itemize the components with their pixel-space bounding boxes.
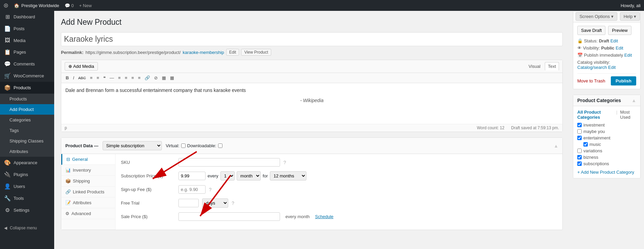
trash-link[interactable]: Move to Trash	[577, 78, 605, 83]
new-content[interactable]: + New	[79, 3, 92, 8]
align-justify-button[interactable]: ≡	[136, 74, 143, 81]
view-product-button[interactable]: View Product	[241, 49, 271, 56]
sale-price-input[interactable]	[178, 212, 280, 221]
catalog-edit-link[interactable]: Catalog/search Edit	[577, 65, 616, 70]
sidebar-item-add-product[interactable]: Add Product	[0, 104, 54, 115]
sidebar-item-users[interactable]: 👤 Users	[0, 180, 54, 192]
align-right-button[interactable]: ≡	[130, 74, 136, 81]
status-edit-link[interactable]: Edit	[610, 38, 618, 43]
screen-options-button[interactable]: Screen Options ▾	[576, 12, 617, 21]
hr-button[interactable]: —	[108, 74, 116, 81]
cat-checkbox-entertainment[interactable]	[577, 136, 582, 140]
product-title-input[interactable]	[61, 32, 563, 46]
cat-checkbox-music[interactable]	[583, 142, 588, 147]
schedule-link[interactable]: Schedule	[315, 214, 334, 219]
tab-visual[interactable]: Visual	[525, 62, 543, 71]
align-center-button[interactable]: ≡	[123, 74, 129, 81]
insert-table-button[interactable]: ▦	[160, 74, 168, 81]
linked-icon: 🔗	[65, 189, 71, 194]
subscription-price-input[interactable]	[178, 172, 206, 180]
publish-button[interactable]: Publish	[611, 76, 636, 85]
editor-tabs: Visual Text	[525, 62, 559, 71]
link-button[interactable]: 🔗	[143, 74, 152, 81]
nav-item-linked-products[interactable]: 🔗 Linked Products	[61, 187, 115, 197]
add-category-link[interactable]: + Add New Product Category	[577, 170, 634, 175]
sidebar-collapse[interactable]: ◀ Collapse menu	[0, 223, 54, 233]
free-trial-label: Free Trial	[121, 200, 175, 206]
edit-permalink-button[interactable]: Edit	[226, 49, 239, 56]
sidebar-item-plugins[interactable]: 🔌 Plugins	[0, 169, 54, 180]
sidebar-item-posts[interactable]: 📄 Posts	[0, 23, 54, 35]
sidebar-item-settings[interactable]: ⚙ Settings	[0, 204, 54, 216]
product-data-content: SKU ? Subscription Price ($) every 12345…	[115, 154, 562, 230]
blockquote-button[interactable]: ❝	[102, 74, 107, 81]
permalink-slug[interactable]: karaoke-membership	[183, 50, 224, 55]
nav-item-shipping[interactable]: 📦 Shipping	[61, 176, 115, 187]
wp-logo[interactable]: ⊛	[3, 2, 8, 9]
virtual-checkbox[interactable]	[181, 143, 186, 148]
site-name[interactable]: 🏠 Prestige Worldwide	[14, 3, 59, 8]
comments-count[interactable]: 💬 0	[65, 3, 74, 8]
visibility-edit-link[interactable]: Edit	[616, 45, 623, 51]
cat-checkbox-variations[interactable]	[577, 149, 582, 153]
tab-text[interactable]: Text	[545, 62, 559, 71]
ol-button[interactable]: ≡	[95, 74, 101, 81]
nav-item-attributes[interactable]: 📝 Attributes	[61, 197, 115, 208]
free-trial-unit-select[interactable]: daysweeksmonthsyears	[202, 198, 228, 208]
subscription-unit-select[interactable]: dayweekmonthyear	[237, 171, 261, 180]
sidebar-item-products-list[interactable]: Products	[0, 94, 54, 104]
categories-box: Product Categories ▲ All Product Categor…	[573, 95, 641, 178]
home-icon: 🏠	[14, 3, 19, 8]
sidebar-item-pages[interactable]: 📋 Pages	[0, 46, 54, 58]
unlink-button[interactable]: ⊘	[152, 74, 159, 81]
tab-all-categories[interactable]: All Product Categories	[577, 110, 614, 120]
sidebar-label-products: Products	[14, 85, 31, 90]
bold-button[interactable]: B	[64, 74, 70, 81]
sidebar-label-appearance: Appearance	[14, 160, 37, 165]
add-media-button[interactable]: ⊕ Add Media	[65, 62, 98, 71]
top-actions: Screen Options ▾ Help ▾	[576, 12, 640, 21]
shipping-icon: 📦	[65, 178, 71, 184]
italic-button[interactable]: I	[71, 74, 76, 81]
sidebar-item-woocommerce[interactable]: 🛒 WooCommerce	[0, 70, 54, 82]
tab-most-used[interactable]: Most Used	[620, 110, 637, 120]
nav-item-inventory[interactable]: 📊 Inventory	[61, 165, 115, 176]
free-trial-input[interactable]	[178, 199, 199, 207]
cat-checkbox-maybe-you[interactable]	[577, 129, 582, 134]
editor-content[interactable]: Dale and Brennan form a successful enter…	[61, 83, 562, 124]
nav-item-general[interactable]: ⊟ General	[61, 154, 115, 165]
sidebar-item-shipping-classes[interactable]: Shipping Classes	[0, 136, 54, 146]
sidebar-item-comments[interactable]: 💬 Comments	[0, 58, 54, 70]
publish-date-edit-link[interactable]: Edit	[624, 53, 632, 58]
sidebar-item-products-parent[interactable]: 📦 Products	[0, 82, 54, 94]
ul-button[interactable]: ≡	[88, 74, 94, 81]
save-draft-button[interactable]: Save Draft	[577, 26, 605, 35]
cat-checkbox-investment[interactable]	[577, 123, 582, 127]
cat-checkbox-subscriptions[interactable]	[577, 161, 582, 166]
sidebar-item-dashboard[interactable]: ⊞ Dashboard	[0, 11, 54, 23]
cat-checkbox-bizness[interactable]	[577, 155, 582, 159]
sidebar-item-tags[interactable]: Tags	[0, 125, 54, 136]
insert-image-button[interactable]: ▦	[168, 74, 176, 81]
signup-fee-input[interactable]	[178, 185, 206, 194]
subscription-length-select[interactable]: Never expire1 month2 months3 months6 mon…	[270, 171, 306, 180]
cat-label-variations: variations	[583, 148, 602, 153]
nav-item-advanced[interactable]: ⚙ Advanced	[61, 208, 115, 219]
preview-button[interactable]: Preview	[608, 26, 631, 35]
strikethrough-button[interactable]: ABC	[77, 75, 88, 81]
subscription-period-select[interactable]: 123456	[220, 171, 235, 180]
sidebar-item-categories[interactable]: Categories	[0, 115, 54, 125]
sidebar-item-appearance[interactable]: 🎨 Appearance	[0, 157, 54, 169]
sidebar-item-attributes[interactable]: Attributes	[0, 146, 54, 157]
sku-help: ?	[283, 160, 286, 165]
sku-input[interactable]	[178, 158, 280, 167]
downloadable-checkbox[interactable]	[218, 143, 222, 148]
product-data-collapse[interactable]: ▲	[554, 143, 558, 149]
align-left-button[interactable]: ≡	[116, 74, 123, 81]
help-button[interactable]: Help ▾	[620, 12, 640, 21]
sidebar-item-tools[interactable]: 🔧 Tools	[0, 192, 54, 204]
product-type-select[interactable]: Simple product Grouped product External/…	[103, 141, 162, 150]
cat-label-bizness: bizness	[583, 155, 598, 160]
categories-collapse[interactable]: ▲	[631, 98, 636, 103]
sidebar-item-media[interactable]: 🖼 Media	[0, 35, 54, 46]
